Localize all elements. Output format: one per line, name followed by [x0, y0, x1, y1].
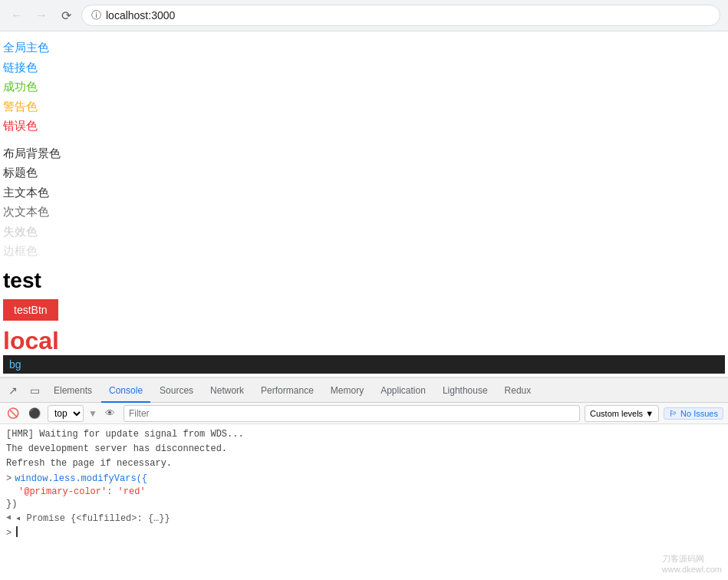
url-text: localhost:3000 [106, 9, 175, 21]
tab-lighthouse[interactable]: Lighthouse [435, 378, 496, 403]
console-line-8: > [6, 526, 722, 541]
address-bar[interactable]: ⓘ localhost:3000 [81, 5, 720, 26]
browser-chrome: ← → ⟳ ⓘ localhost:3000 [0, 0, 728, 31]
devtools-tabs: ↗ ▭ Elements Console Sources Network Per… [0, 378, 728, 403]
console-text-5: '@primary-color': 'red' [18, 486, 146, 497]
device-toolbar-icon[interactable]: ▭ [25, 381, 44, 400]
console-line-5: '@primary-color': 'red' [6, 486, 722, 497]
color-item-error: 错误色 [3, 116, 725, 136]
prompt-arrow-2: > [6, 526, 12, 541]
tab-elements[interactable]: Elements [46, 378, 100, 403]
color-disabled: 失效色 [3, 222, 725, 242]
devtools-console: [HMR] Waiting for update signal from WDS… [0, 424, 728, 553]
inspect-element-icon[interactable]: ↗ [3, 381, 23, 400]
context-select[interactable]: top [48, 405, 84, 422]
local-text: local [3, 327, 725, 355]
block-console-button[interactable]: ⚫ [26, 405, 43, 422]
lock-icon: ⓘ [91, 8, 101, 22]
bg-bar: bg [3, 355, 725, 374]
color-border: 边框色 [3, 241, 725, 261]
tab-console[interactable]: Console [101, 378, 150, 403]
color-layout-bg: 布局背景色 [3, 143, 725, 163]
forward-button[interactable]: → [32, 6, 51, 25]
console-text-2: The development server has disconnected. [6, 442, 227, 456]
color-heading: 标题色 [3, 163, 725, 183]
color-item-link: 链接色 [3, 58, 725, 77]
color-item-primary: 全局主色 [3, 38, 725, 58]
tab-sources[interactable]: Sources [152, 378, 201, 403]
console-line-4: > window.less.modifyVars({ [6, 472, 722, 486]
prompt-arrow-1: > [6, 472, 12, 486]
console-cursor[interactable] [16, 526, 23, 537]
color-secondary-text: 次文本色 [3, 202, 725, 222]
tab-memory[interactable]: Memory [323, 378, 371, 403]
tab-network[interactable]: Network [203, 378, 252, 403]
color-item-warning: 警告色 [3, 97, 725, 117]
collapse-icon: ◀ [6, 512, 11, 524]
no-issues-badge: 🏳 No Issues [664, 407, 723, 420]
no-issues-text: No Issues [680, 409, 718, 418]
color-main-text: 主文本色 [3, 183, 725, 203]
console-line-2: The development server has disconnected. [6, 442, 722, 456]
console-line-3: Refresh the page if necessary. [6, 456, 722, 471]
reload-button[interactable]: ⟳ [57, 6, 75, 25]
console-line-6: }) [6, 497, 722, 512]
color-item-success: 成功色 [3, 77, 725, 97]
browser-toolbar: ← → ⟳ ⓘ localhost:3000 [0, 0, 728, 31]
devtools-panel: ↗ ▭ Elements Console Sources Network Per… [0, 377, 728, 553]
tab-performance[interactable]: Performance [253, 378, 321, 403]
flag-icon: 🏳 [669, 409, 677, 418]
neutral-color-list: 布局背景色 标题色 主文本色 次文本色 失效色 边框色 [3, 143, 725, 261]
test-button[interactable]: testBtn [3, 299, 58, 321]
tab-application[interactable]: Application [373, 378, 433, 403]
devtools-console-toolbar: 🚫 ⚫ top ▼ 👁 Custom levels ▼ 🏳 No Issues [0, 403, 728, 424]
eye-button[interactable]: 👁 [102, 405, 119, 422]
console-text-3: Refresh the page if necessary. [6, 456, 172, 471]
back-button[interactable]: ← [8, 6, 26, 25]
console-text-7: ◂ Promise {<fulfilled>: {…}} [15, 512, 170, 526]
filter-input[interactable] [124, 405, 580, 422]
console-line-7: ◀ ◂ Promise {<fulfilled>: {…}} [6, 512, 722, 526]
console-text-6: }) [6, 497, 17, 512]
test-text: test [3, 269, 725, 293]
color-list: 全局主色 链接色 成功色 警告色 错误色 [3, 38, 725, 136]
page-content: 全局主色 链接色 成功色 警告色 错误色 布局背景色 标题色 主文本色 次文本色… [0, 31, 728, 377]
clear-console-button[interactable]: 🚫 [5, 405, 21, 422]
tab-redux[interactable]: Redux [497, 378, 539, 403]
console-text-1: [HMR] Waiting for update signal from WDS… [6, 427, 244, 442]
custom-levels-button[interactable]: Custom levels ▼ [585, 405, 659, 422]
console-text-4: window.less.modifyVars({ [15, 472, 147, 486]
console-line-1: [HMR] Waiting for update signal from WDS… [6, 427, 722, 442]
